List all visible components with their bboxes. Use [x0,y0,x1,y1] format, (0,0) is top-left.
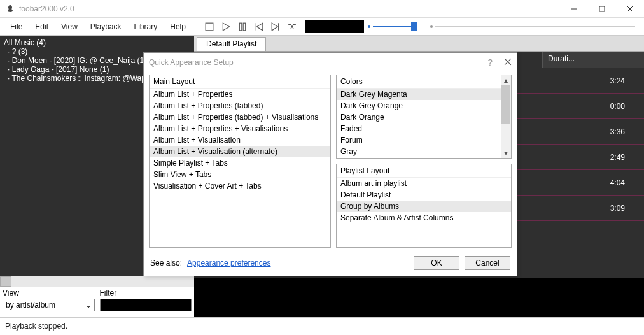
filter-input[interactable] [100,299,192,311]
list-item[interactable]: Album List + Properties [150,89,330,100]
menu-edit[interactable]: Edit [29,20,55,34]
list-item[interactable]: Default Playlist [337,189,511,201]
svg-rect-4 [206,23,213,31]
list-item[interactable]: Visualisation + Cover Art + Tabs [150,180,330,192]
app-logo-icon [5,4,15,14]
status-text: Playback stopped. [5,322,67,331]
filter-label: Filter [100,289,192,297]
colors-scrollbar[interactable]: ▴ ▾ [501,75,511,158]
menubar: File Edit View Playback Library Help [0,18,644,36]
minimize-button[interactable] [560,0,588,18]
list-item[interactable]: Gray [337,146,511,157]
list-item[interactable]: Group by Albums [337,201,511,212]
column-duration[interactable]: Durati... [542,52,644,68]
view-select[interactable]: by artist/album ⌄ [3,299,95,311]
menu-library[interactable]: Library [128,20,164,34]
close-button[interactable] [616,0,644,18]
playback-toolbar [204,21,298,32]
maximize-button[interactable] [588,0,616,18]
scroll-down-icon[interactable]: ▾ [501,148,511,158]
menu-view[interactable]: View [55,20,84,34]
see-also-prefix: See also: [150,259,182,267]
tree-h-scrollbar[interactable] [0,276,194,287]
random-icon[interactable] [286,21,298,32]
titlebar: foobar2000 v2.0 [0,0,644,18]
colors-header: Colors [337,75,511,89]
list-item[interactable]: Album List + Properties (tabbed) + Visua… [150,111,330,123]
quick-appearance-dialog: Quick Appearance Setup ? Main Layout Alb… [143,52,517,276]
view-label: View [3,289,95,297]
list-item[interactable]: Album List + Visualisation (alternate) [150,146,330,157]
appearance-preferences-link[interactable]: Appearance preferences [187,259,270,267]
prev-icon[interactable] [253,21,265,32]
scroll-up-icon[interactable]: ▴ [501,75,511,85]
svg-rect-1 [599,6,605,11]
seek-slider[interactable] [435,26,635,27]
view-value: by artist/album [3,301,83,310]
chevron-down-icon: ⌄ [83,301,94,310]
pause-icon[interactable] [237,21,248,32]
menu-file[interactable]: File [4,20,29,34]
ok-button[interactable]: OK [414,256,459,270]
list-item[interactable]: Album art in playlist [337,178,511,189]
tab-default-playlist[interactable]: Default Playlist [197,37,266,51]
list-item[interactable]: Simple Playlist + Tabs [150,157,330,169]
volume-slider[interactable] [373,26,417,27]
dialog-close-icon[interactable] [504,58,512,68]
svg-rect-6 [243,23,246,31]
seek-min-icon [430,25,433,28]
list-item[interactable]: Gray Orange [337,157,511,159]
next-icon[interactable] [270,21,281,32]
main-layout-listbox[interactable]: Main Layout Album List + PropertiesAlbum… [149,75,331,248]
tree-root[interactable]: All Music (4) [4,38,190,47]
list-item[interactable]: Dark Grey Orange [337,100,511,111]
list-item[interactable]: Faded [337,123,511,134]
stop-icon[interactable] [204,21,215,32]
window-title: foobar2000 v2.0 [19,4,560,13]
menu-playback[interactable]: Playback [84,20,128,34]
svg-rect-5 [239,23,242,31]
visualiser-box [305,20,364,33]
main-layout-header: Main Layout [150,75,330,89]
list-item[interactable]: Album List + Properties (tabbed) [150,100,330,111]
list-item[interactable]: Separate Album & Artist Columns [337,212,511,224]
list-item[interactable]: Album List + Properties + Visualisations [150,123,330,134]
list-item[interactable]: Forum [337,134,511,146]
play-icon[interactable] [220,21,232,32]
volume-min-icon [368,25,370,28]
list-item[interactable]: Album List + Visualisation [150,134,330,146]
volume-thumb[interactable] [411,22,417,31]
status-bar: Playback stopped. [0,317,644,335]
playlist-layout-listbox[interactable]: Playlist Layout Album art in playlistDef… [336,164,512,248]
visualiser-area [194,278,644,317]
list-item[interactable]: Slim View + Tabs [150,169,330,180]
list-item[interactable]: Dark Grey Magenta [337,89,511,100]
colors-listbox[interactable]: Colors Dark Grey MagentaDark Grey Orange… [336,75,512,159]
list-item[interactable]: Dark Orange [337,111,511,123]
menu-help[interactable]: Help [164,20,192,34]
playlist-layout-header: Playlist Layout [337,164,511,178]
cancel-button[interactable]: Cancel [465,256,510,270]
dialog-title: Quick Appearance Setup [149,58,234,67]
dialog-help-icon[interactable]: ? [487,57,493,68]
